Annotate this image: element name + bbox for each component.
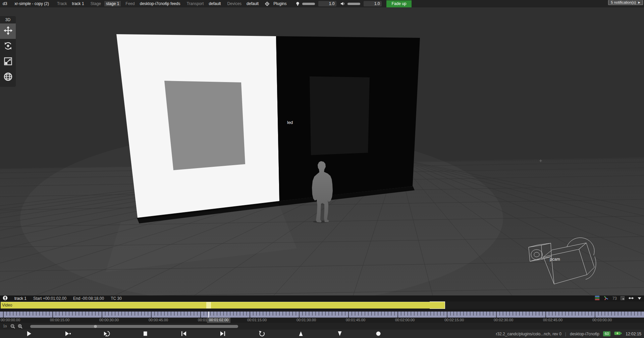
track-timecode-format[interactable]: TC 30: [111, 296, 122, 301]
camera-label: pcam: [550, 257, 560, 262]
rotate-icon: [3, 41, 13, 52]
timeline-track-name[interactable]: track 1: [14, 296, 26, 301]
led-screen-label: led: [287, 120, 293, 125]
build-info: r32.2_candc/plugins/colo...nch, rev 0: [496, 332, 561, 336]
transport-menu-label: Transport: [186, 1, 204, 6]
stage-menu-label: Stage: [91, 1, 101, 6]
axes-icon[interactable]: [603, 295, 609, 301]
volume-slider[interactable]: [347, 3, 360, 5]
devices-menu-label: Devices: [227, 1, 241, 6]
globe-tool-button[interactable]: [0, 70, 16, 85]
notification-badge[interactable]: 5 notification(s) ▶: [608, 0, 643, 5]
notification-expand-icon[interactable]: ▶: [638, 0, 640, 5]
ruler-label: 00:02:15.00: [444, 318, 464, 322]
view-mode-label[interactable]: 3D: [0, 16, 16, 23]
project-name[interactable]: xr-simple - copy (2): [14, 1, 49, 6]
volume-value-field[interactable]: 1.0: [364, 1, 382, 6]
loop-section-button[interactable]: [103, 330, 111, 337]
app-menu-d3[interactable]: d3: [3, 1, 7, 6]
timeline-scrollbar-handle[interactable]: [94, 325, 97, 328]
timeline-note-strip: [0, 309, 644, 312]
volume-icon: [340, 2, 345, 6]
ruler-label: 00:01:45.00: [346, 318, 365, 322]
machine-name: desktop-i7cno6p: [570, 332, 599, 336]
record-button[interactable]: [374, 330, 382, 337]
led-screen-white[interactable]: [116, 34, 279, 218]
stage-3d-scene[interactable]: led: [0, 7, 644, 295]
playhead-line[interactable]: [208, 312, 209, 318]
white-screen-content-rect: [164, 81, 245, 170]
track-menu-value[interactable]: track 1: [70, 1, 86, 6]
notification-count-label: 5 notification(s): [611, 0, 636, 5]
timeline-panel: track 1 Start +00:01:02.00 End -00:08:18…: [0, 295, 644, 338]
fade-up-button[interactable]: Fade up: [386, 0, 411, 7]
timeline-zoom-row: 1s: [0, 323, 644, 330]
return-to-start-button[interactable]: [258, 330, 266, 337]
devices-menu-value[interactable]: default: [245, 1, 260, 6]
scale-icon: [4, 57, 12, 67]
track-row-controls: 73: [595, 295, 641, 301]
ruler-label: 00:02:45.00: [543, 318, 562, 322]
stage-menu-value[interactable]: stage 1: [104, 1, 121, 6]
move-tool-button[interactable]: [0, 23, 16, 39]
next-track-button[interactable]: [336, 330, 344, 337]
play-icon: [25, 330, 33, 337]
return-to-start-icon: [258, 330, 266, 337]
ruler-label: 00:03:00.00: [592, 318, 612, 322]
feed-menu-label: Feed: [125, 1, 135, 6]
video-layer-bar[interactable]: Video: [1, 302, 445, 309]
move-icon: [3, 26, 13, 37]
layer-count: 73: [612, 296, 617, 301]
ruler-label: 00:00:45.00: [149, 318, 168, 322]
ruler-label: 00:01:30.00: [297, 318, 316, 322]
ruler-label: 00:00:00.00: [1, 318, 20, 322]
video-layer-label: Video: [2, 303, 12, 308]
plugins-menu[interactable]: Plugins: [265, 1, 288, 6]
ruler-label: 00:01:15.00: [247, 318, 267, 322]
led-screen-black[interactable]: led: [276, 36, 420, 201]
status-separator: |: [565, 332, 566, 336]
next-section-button[interactable]: [219, 330, 227, 337]
previous-section-icon: [180, 330, 188, 337]
layer-thumbnail-icon[interactable]: [621, 296, 625, 301]
top-menu-bar: d3 xr-simple - copy (2) Track track 1 St…: [0, 0, 644, 7]
zoom-interval-label: 1s: [3, 324, 7, 328]
ruler-ticks: [0, 312, 644, 318]
video-playhead-section[interactable]: [206, 302, 211, 309]
scale-tool-button[interactable]: [0, 54, 16, 70]
play-to-end-of-section-button[interactable]: [64, 330, 72, 337]
plugins-diamond-icon: [265, 2, 269, 6]
track-start-time[interactable]: Start +00:01:02.00: [33, 296, 66, 301]
timeline-ruler[interactable]: [0, 312, 644, 318]
play-button[interactable]: [25, 330, 33, 337]
ruler-label: 00:00:15.00: [50, 318, 69, 322]
track-menu-label: Track: [57, 1, 67, 6]
rotate-tool-button[interactable]: [0, 39, 16, 54]
globe-icon: [3, 72, 13, 83]
stage-3d-viewport[interactable]: led: [0, 7, 644, 295]
video-layer-row: Video: [0, 301, 644, 309]
brightness-value-field[interactable]: 1.0: [318, 1, 336, 6]
previous-track-button[interactable]: [297, 330, 305, 337]
collapse-track-icon[interactable]: [638, 296, 641, 301]
feed-menu-value[interactable]: desktop-i7cno6p feeds: [138, 1, 182, 6]
track-keyhole-icon[interactable]: [3, 295, 8, 301]
next-section-icon: [219, 330, 227, 337]
current-timecode-badge[interactable]: 00:01:02.00: [207, 318, 230, 323]
previous-section-button[interactable]: [180, 330, 188, 337]
brightness-slider[interactable]: [302, 3, 315, 5]
stop-button[interactable]: [141, 330, 149, 337]
fit-width-icon[interactable]: [628, 296, 634, 301]
brightness-icon: [296, 2, 300, 6]
previous-track-icon: [297, 330, 305, 337]
track-end-time[interactable]: End -00:08:18.00: [73, 296, 104, 301]
ruler-label: 00:02:00.00: [395, 318, 415, 322]
layers-icon[interactable]: [595, 295, 600, 301]
plugins-menu-label: Plugins: [272, 1, 288, 6]
play-to-end-of-section-icon: [64, 330, 72, 337]
ruler-label-row: 00:01:02.00 00:00:00.0000:00:15.0000:00:…: [0, 318, 644, 323]
transport-menu-value[interactable]: default: [207, 1, 222, 6]
record-icon: [374, 330, 382, 337]
timeline-scrollbar[interactable]: [30, 325, 238, 328]
stop-icon: [141, 330, 149, 337]
